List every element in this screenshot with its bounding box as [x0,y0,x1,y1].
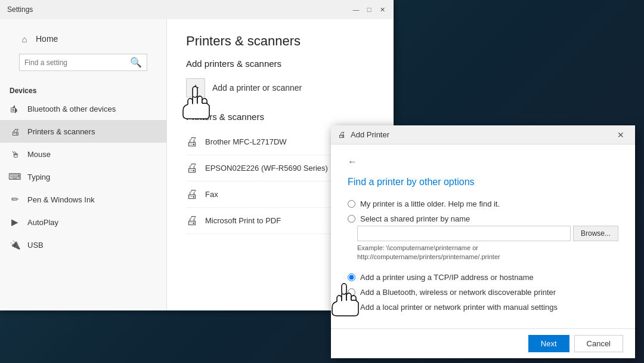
radio-older[interactable] [348,200,355,208]
radio-tcpip[interactable] [348,273,355,281]
radio-shared-label: Select a shared printer by name [360,214,470,223]
radio-group: My printer is a little older. Help me fi… [348,199,618,312]
sidebar-item-home[interactable]: ⌂ Home [10,29,157,49]
dialog-title-bar: 🖨 Add Printer ✕ [331,125,635,144]
minimize-button[interactable]: — [352,5,360,14]
add-button-row: + Add a printer or scanner [186,78,374,97]
dialog-nav: ← [348,156,618,167]
dialog-back-button[interactable]: ← [348,156,357,167]
dialog-footer: Next Cancel [331,328,635,358]
search-input[interactable] [24,59,126,67]
dialog-heading: Find a printer by other options [348,177,618,187]
window-title: Settings [7,5,33,14]
dialog-close-button[interactable]: ✕ [614,129,628,141]
browse-button[interactable]: Browse... [573,226,618,241]
radio-bluetooth[interactable] [348,288,355,296]
dialog-printer-icon: 🖨 [338,130,346,139]
radio-item-tcpip[interactable]: Add a printer using a TCP/IP address or … [348,273,618,282]
example-text: Example: \\computername\printername or h… [357,244,609,262]
sidebar-section-title: Devices [0,81,166,97]
sidebar-item-mouse-label: Mouse [27,150,51,159]
search-icon: 🔍 [130,57,142,68]
shared-printer-section: Select a shared printer by name Browse..… [348,214,618,267]
add-section-title: Add printers & scanners [186,59,374,69]
sidebar-item-typing-label: Typing [27,173,50,182]
sidebar-item-usb-label: USB [27,241,44,250]
window-controls: — □ ✕ [352,5,386,14]
svg-text:⊞: ⊞ [10,106,16,113]
usb-icon: 🔌 [10,239,20,250]
sidebar-item-pen[interactable]: ✏ Pen & Windows Ink [0,188,166,211]
radio-manual-label: Add a local printer or network printer w… [360,303,558,312]
dialog-title-content: 🖨 Add Printer [338,130,389,139]
pen-icon: ✏ [10,194,20,205]
sidebar-item-typing[interactable]: ⌨ Typing [0,165,166,188]
shared-printer-input[interactable] [357,226,571,241]
printer-icon-1: 🖨 [186,161,198,175]
cancel-button[interactable]: Cancel [574,335,623,352]
shared-printer-row: Browse... [348,226,618,241]
mouse-icon: 🖱 [10,149,20,159]
radio-item-older[interactable]: My printer is a little older. Help me fi… [348,199,618,208]
sidebar-item-printers[interactable]: 🖨 Printers & scanners [0,120,166,143]
autoplay-icon: ▶ [10,217,20,227]
sidebar-item-autoplay-label: AutoPlay [27,218,58,227]
radio-item-shared[interactable]: Select a shared printer by name [348,214,618,223]
printer-name-2: Fax [205,190,218,199]
maximize-button[interactable]: □ [365,5,373,14]
printer-name-1: EPSON02E226 (WF-R5690 Series) [205,164,328,173]
radio-older-label: My printer is a little older. Help me fi… [360,199,500,208]
sidebar-header: ⌂ Home 🔍 [0,19,166,81]
printers-section-heading: Printers & scanners [186,112,374,122]
add-printer-label: Add a printer or scanner [212,83,302,93]
printer-name-3: Microsoft Print to PDF [205,216,281,225]
sidebar-item-pen-label: Pen & Windows Ink [27,195,95,204]
sidebar-item-usb[interactable]: 🔌 USB [0,233,166,256]
sidebar: ⌂ Home 🔍 Devices ⊞ Bluetooth & oth [0,19,167,310]
title-bar: Settings — □ ✕ [0,0,394,19]
home-icon: ⌂ [19,33,30,44]
add-printer-dialog: 🖨 Add Printer ✕ ← Find a printer by othe… [331,125,635,358]
printer-icon-0: 🖨 [186,135,198,149]
dialog-body: ← Find a printer by other options My pri… [331,144,635,328]
add-printer-button[interactable]: + [186,78,205,97]
radio-tcpip-label: Add a printer using a TCP/IP address or … [360,273,534,282]
sidebar-item-mouse[interactable]: 🖱 Mouse [0,143,166,165]
sidebar-item-bluetooth-label: Bluetooth & other devices [27,104,116,113]
radio-manual[interactable] [348,303,355,311]
printers-icon: 🖨 [10,126,20,137]
search-box[interactable]: 🔍 [19,54,147,71]
radio-shared[interactable] [348,215,355,223]
bluetooth-icon: ⊞ [10,103,20,114]
sidebar-home-label: Home [36,34,58,44]
printer-icon-3: 🖨 [186,214,198,227]
next-button[interactable]: Next [528,335,569,352]
radio-item-bluetooth[interactable]: Add a Bluetooth, wireless or network dis… [348,288,618,297]
close-button[interactable]: ✕ [378,5,386,14]
sidebar-item-autoplay[interactable]: ▶ AutoPlay [0,211,166,233]
printer-icon-2: 🖨 [186,187,198,201]
printer-name-0: Brother MFC-L2717DW [205,137,287,146]
dialog-title-text: Add Printer [351,130,389,139]
radio-item-manual[interactable]: Add a local printer or network printer w… [348,303,618,312]
typing-icon: ⌨ [10,171,20,182]
radio-bluetooth-label: Add a Bluetooth, wireless or network dis… [360,288,556,297]
sidebar-item-bluetooth[interactable]: ⊞ Bluetooth & other devices [0,97,166,120]
page-title: Printers & scanners [186,33,374,49]
sidebar-item-printers-label: Printers & scanners [27,127,95,136]
